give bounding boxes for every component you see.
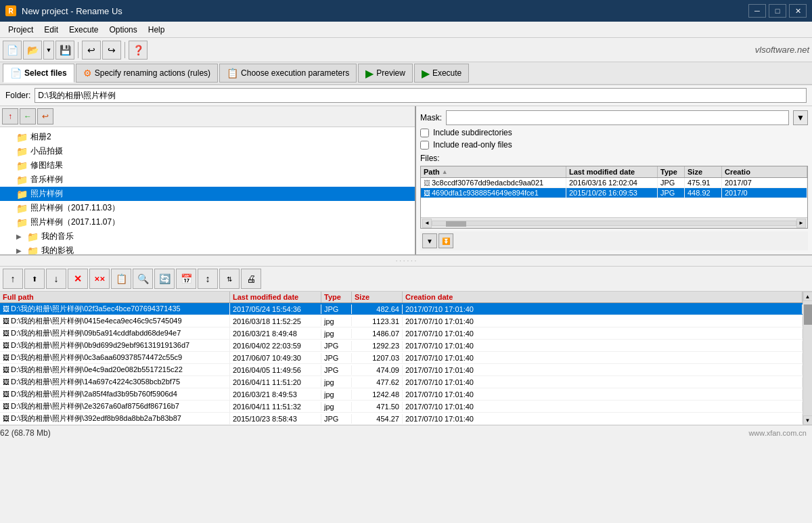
file-creation-cell: 2017/07/10 17:01:40 <box>403 304 803 314</box>
header-size[interactable]: Size <box>352 292 403 302</box>
status-bar: 62 (68.78 Mb) www.xfan.com.cn <box>0 425 812 440</box>
scroll-down-one-button[interactable]: ▼ <box>422 233 437 248</box>
file-modified-date: 2016/04/11 11:51:20 <box>230 378 321 387</box>
tab-execution-params[interactable]: 📋 Choose execution parameters <box>219 64 357 83</box>
include-readonly-label: Include read-only files <box>433 140 512 150</box>
menu-execute[interactable]: Execute <box>64 24 104 36</box>
tree-item-my-video[interactable]: ▶ 📁 我的影视 <box>0 244 415 254</box>
open-button[interactable]: 📂 <box>23 41 42 60</box>
menu-project[interactable]: Project <box>3 24 39 36</box>
status-text: 62 (68.78 Mb) <box>0 428 51 438</box>
tree-item-label: 修图结果 <box>30 160 63 171</box>
scroll-right-button[interactable]: ► <box>796 219 806 228</box>
sort-button[interactable]: ↕ <box>198 269 218 289</box>
nav-up-button[interactable]: ↑ <box>2 108 18 124</box>
tree-item-photo-sample-2017-1103[interactable]: 📁 照片样例（2017.11.03） <box>0 201 415 215</box>
mask-dropdown-button[interactable]: ▼ <box>793 110 808 125</box>
file-list-row[interactable]: 🖼 D:\我的相册\照片样例\2e3267a60af8756df86716b7 … <box>0 401 803 413</box>
tab-select-files[interactable]: 📄 Select files <box>3 64 74 83</box>
scroll-left-button[interactable]: ◄ <box>422 219 432 228</box>
include-readonly-checkbox[interactable] <box>420 141 429 150</box>
menu-help[interactable]: Help <box>143 24 171 36</box>
remove-all-button[interactable]: ✕✕ <box>89 269 110 289</box>
tree-item-photo-sample[interactable]: 📁 照片样例 <box>0 187 415 201</box>
move-up-button[interactable]: ↑ <box>3 269 23 289</box>
file-list-body: 🖼 D:\我的相册\照片样例\02f3a5ec4bce707694371435 … <box>0 303 803 425</box>
vscroll-up-button[interactable]: ▲ <box>803 292 813 301</box>
save-button[interactable]: 💾 <box>55 41 74 60</box>
folder-icon: 📁 <box>16 132 28 143</box>
print-button[interactable]: 🖨 <box>241 269 261 289</box>
file-list-row[interactable]: 🖼 D:\我的相册\照片样例\14a697c4224c3058bcb2bf75 … <box>0 376 803 388</box>
new-button[interactable]: 📄 <box>3 41 22 60</box>
mask-input[interactable] <box>446 110 789 125</box>
vscroll-down-button[interactable]: ▼ <box>803 415 813 425</box>
copy-button[interactable]: 📋 <box>111 269 131 289</box>
calendar-button[interactable]: 📅 <box>176 269 196 289</box>
move-down-button[interactable]: ↓ <box>46 269 66 289</box>
tree-item-music-sample[interactable]: 📁 音乐样例 <box>0 173 415 187</box>
undo-button[interactable]: ↩ <box>82 41 101 60</box>
right-file-row[interactable]: 🖼 4690dfa1c9388854649e894fce1 2015/10/26… <box>421 188 807 198</box>
file-list-row[interactable]: 🖼 D:\我的相册\照片样例\0b9d699d29ebf96131919136d… <box>0 340 803 352</box>
minimize-button[interactable]: ─ <box>748 4 766 18</box>
nav-back-button[interactable]: ← <box>20 108 36 124</box>
tab-preview[interactable]: ▶ Preview <box>358 64 413 83</box>
file-list-row[interactable]: 🖼 D:\我的相册\照片样例\392edf8b98da8bb2a7b83b87 … <box>0 413 803 425</box>
file-list-row[interactable]: 🖼 D:\我的相册\照片样例\02f3a5ec4bce707694371435 … <box>0 303 803 315</box>
right-file-row[interactable]: 🖼 3c8ccdf30767dd9edacbdc9aa021 2016/03/1… <box>421 178 807 188</box>
open-dropdown[interactable]: ▼ <box>43 41 54 60</box>
right-header-type[interactable]: Type <box>658 166 685 177</box>
include-subdirs-checkbox[interactable] <box>420 129 429 137</box>
sort2-button[interactable]: ⇅ <box>219 269 240 289</box>
tree-item-xiaopinpaishe[interactable]: 📁 小品拍摄 <box>0 144 415 158</box>
file-modified-date: 2016/04/02 22:03:59 <box>230 341 321 350</box>
file-creation-cell: 2017/07/10 17:01:40 <box>403 390 803 399</box>
menu-edit[interactable]: Edit <box>39 24 64 36</box>
refresh-button[interactable]: 🔄 <box>154 269 175 289</box>
file-icon: 🖼 <box>3 390 9 398</box>
file-modified: 2015/10/26 16:09:53 <box>566 188 658 198</box>
remove-button[interactable]: ✕ <box>68 269 88 289</box>
tree-item-album2[interactable]: 📁 相册2 <box>0 130 415 144</box>
file-size-cell: 1242.48 <box>352 390 403 399</box>
right-header-path[interactable]: Path ▲ <box>421 166 566 177</box>
file-full-path: 🖼 D:\我的相册\照片样例\0b9d699d29ebf96131919136d… <box>0 340 230 351</box>
middle-section: ↑ ← ↩ 📁 相册2 📁 小品拍摄 📁 修图结果 📁 音乐样例 📁 <box>0 106 812 255</box>
header-full-path[interactable]: Full path <box>0 292 230 302</box>
tab-execute[interactable]: ▶ Execute <box>414 64 469 83</box>
redo-button[interactable]: ↪ <box>102 41 121 60</box>
scroll-track[interactable] <box>432 221 796 226</box>
help-button[interactable]: ❓ <box>129 41 148 60</box>
file-list-row[interactable]: 🖼 D:\我的相册\照片样例\2a85f4fad3b95b760f5906d4 … <box>0 388 803 401</box>
menu-options[interactable]: Options <box>104 24 142 36</box>
header-creation-date[interactable]: Creation date <box>403 292 803 302</box>
folder-path-input[interactable] <box>35 88 807 103</box>
tab-specify-rules[interactable]: ⚙ Specify renaming actions (rules) <box>76 64 218 83</box>
app-title: New project - Rename Us <box>22 6 122 16</box>
right-header-modified[interactable]: Last modified date <box>566 166 658 177</box>
tree-item-my-music[interactable]: ▶ 📁 我的音乐 <box>0 229 415 244</box>
right-header-creation[interactable]: Creatio <box>722 166 807 177</box>
vscroll-track[interactable] <box>803 301 813 415</box>
tree-item-label: 相册2 <box>30 131 51 143</box>
file-creation-cell: 2017/07/10 17:01:40 <box>403 414 803 424</box>
header-last-modified[interactable]: Last modified date <box>230 292 321 302</box>
close-button[interactable]: ✕ <box>789 4 807 18</box>
file-list-row[interactable]: 🖼 D:\我的相册\照片样例\0c3a6aa609378574472c55c9 … <box>0 352 803 364</box>
tree-item-xiutu[interactable]: 📁 修图结果 <box>0 158 415 173</box>
find-button[interactable]: 🔍 <box>133 269 153 289</box>
nav-home-button[interactable]: ↩ <box>37 108 53 124</box>
header-type[interactable]: Type <box>321 292 352 302</box>
file-list-row[interactable]: 🖼 D:\我的相册\照片样例\09b5a914cddfabdd68de94e7 … <box>0 327 803 340</box>
move-up-fast-button[interactable]: ⬆ <box>24 269 45 289</box>
scroll-down-many-button[interactable]: ⏬ <box>438 233 453 248</box>
file-list-row[interactable]: 🖼 D:\我的相册\照片样例\0e4c9ad20e082b5517215c22 … <box>0 364 803 376</box>
maximize-button[interactable]: □ <box>769 4 786 18</box>
file-list-row[interactable]: 🖼 D:\我的相册\照片样例\0415e4eca9ec46c9c5745049 … <box>0 315 803 327</box>
tree-item-photo-sample-2017-1107[interactable]: 📁 照片样例（2017.11.07） <box>0 215 415 229</box>
right-header-size[interactable]: Size <box>685 166 722 177</box>
file-icon: 🖼 <box>3 329 9 337</box>
file-icon: 🖼 <box>3 403 9 410</box>
right-files-header: Path ▲ Last modified date Type Size Crea… <box>421 166 807 178</box>
